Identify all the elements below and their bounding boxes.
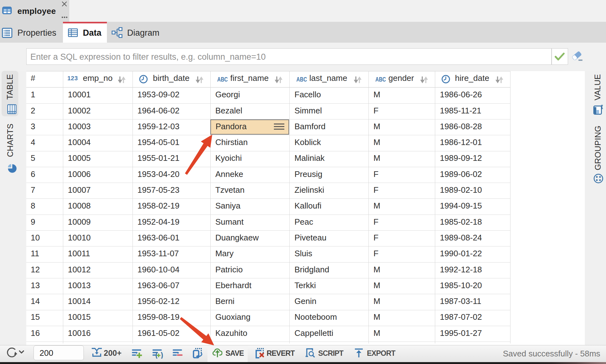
svg-text:): ) — [161, 351, 163, 359]
svg-text:(: ( — [155, 351, 158, 359]
